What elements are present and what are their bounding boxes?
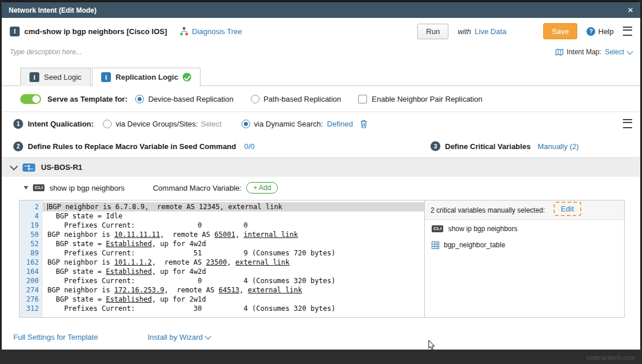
code-line-text[interactable]: Prefixes Current: 30 4 (Consumes 320 byt… (43, 304, 424, 313)
code-line[interactable]: 162BGP neighbor is 101.1.1.2, remote AS … (20, 258, 424, 267)
variable-token[interactable]: external link (235, 258, 290, 266)
dynamic-search-value[interactable]: Defined (327, 120, 353, 128)
code-line[interactable]: 50BGP neighbor is 10.11.11.11, remote AS… (20, 230, 424, 239)
line-number: 274 (20, 285, 43, 295)
variable-token[interactable]: external link (248, 286, 302, 294)
device-groups-radio[interactable] (103, 120, 112, 128)
table-icon (432, 242, 439, 249)
code-line-text[interactable]: Prefixes Current: 51 9 (Consumes 720 byt… (43, 248, 424, 258)
device-icon (23, 164, 35, 172)
step2-count[interactable]: 0/0 (244, 142, 255, 151)
device-groups-value[interactable]: Select (201, 120, 221, 128)
variable-token[interactable]: 23500 (206, 258, 227, 266)
critical-variable-list: CLIshow ip bgp neighborsbgp_neighbor_tab… (425, 220, 624, 252)
code-line[interactable]: 4 BGP state = Idle (20, 211, 424, 221)
mouse-cursor (428, 340, 436, 351)
menu-icon[interactable] (623, 27, 632, 36)
device-name: US-BOS-R1 (41, 163, 83, 172)
step2-label: Define Rules to Replace Macro Variable i… (28, 142, 236, 151)
command-row: CLI show ip bgp neighbors Command Macro … (2, 177, 640, 199)
critical-variables-panel: 2 critical variables manually selected: … (425, 200, 624, 317)
code-line-text[interactable]: Prefixes Current: 0 0 (43, 221, 424, 230)
code-line-text[interactable]: BGP neighbor is 101.1.1.2, remote AS 235… (43, 258, 424, 267)
variable-token[interactable]: internal link (244, 231, 298, 239)
add-macro-button[interactable]: + Add (246, 182, 278, 194)
run-button[interactable]: Run (417, 24, 448, 39)
critical-variables-summary: 2 critical variables manually selected: (431, 206, 545, 214)
description-input[interactable]: Type description here... (10, 48, 82, 56)
code-line-text[interactable]: BGP neighbor is 172.16.253.9, remote AS … (43, 285, 424, 295)
code-line[interactable]: 276 BGP state = Established, up for 2w1d (20, 295, 424, 304)
section-menu-icon[interactable] (623, 119, 632, 128)
code-line-text[interactable]: BGP state = Established, up for 4w2d (43, 267, 424, 276)
code-line-text[interactable]: BGP state = Idle (43, 211, 424, 221)
serve-as-template-toggle[interactable] (20, 94, 41, 104)
code-line[interactable]: 52 BGP state = Established, up for 4w2d (20, 239, 424, 248)
replication-logic-icon: I (101, 72, 111, 82)
seed-logic-icon: I (29, 72, 39, 82)
tab-replication-logic[interactable]: I Replication Logic (92, 68, 201, 86)
critical-variables-header: 2 critical variables manually selected: … (425, 200, 624, 220)
line-number: 312 (20, 304, 43, 313)
tab-seed-logic-label: Seed Logic (44, 73, 81, 81)
close-icon[interactable]: × (628, 5, 633, 15)
tabs: I Seed Logic I Replication Logic (2, 66, 640, 86)
intent-map-value[interactable]: Select (605, 48, 624, 56)
footer-links: Full Settings for Template Install by Wi… (2, 333, 640, 341)
edit-highlight-box: Edit (554, 202, 581, 216)
code-line-text[interactable]: BGP neighbor is 6.7.8.9, remote AS 12345… (43, 202, 424, 211)
intent-map-control[interactable]: Intent Map: Select (555, 48, 632, 56)
path-based-radio[interactable] (251, 95, 259, 103)
trash-icon[interactable] (360, 120, 368, 128)
device-based-radio[interactable] (135, 95, 144, 103)
variable-token[interactable]: 10.11.11.11 (114, 231, 160, 239)
code-line-text[interactable]: Prefixes Current: 0 4 (Consumes 320 byte… (43, 276, 424, 285)
device-section-header[interactable]: US-BOS-R1 (2, 157, 640, 177)
save-button[interactable]: Save (543, 23, 577, 39)
cli-badge: CLI (33, 184, 44, 191)
dynamic-search-radio[interactable] (242, 120, 250, 128)
line-number: 162 (20, 258, 43, 267)
step3-value[interactable]: Manually (2) (537, 142, 579, 151)
variable-token[interactable]: Established (106, 295, 151, 303)
code-line[interactable]: 312 Prefixes Current: 30 4 (Consumes 320… (20, 304, 424, 313)
toolbar: I cmd-show ip bgp neighbors [Cisco IOS] … (2, 18, 640, 44)
edit-link[interactable]: Edit (561, 205, 574, 213)
install-by-wizard-link[interactable]: Install by Wizard (147, 333, 210, 341)
collapse-chevron-icon[interactable] (10, 162, 18, 170)
critical-variable-item[interactable]: CLIshow ip bgp neighbors (425, 220, 624, 236)
code-line[interactable]: 274BGP neighbor is 172.16.253.9, remote … (20, 285, 424, 295)
desktop-bottom-strip: netbraintech.com (0, 350, 642, 364)
code-line-text[interactable]: BGP state = Established, up for 2w1d (43, 295, 424, 304)
intent-map-label: Intent Map: (567, 48, 602, 56)
code-line-text[interactable]: BGP neighbor is 10.11.11.11, remote AS 6… (43, 230, 424, 239)
full-settings-link[interactable]: Full Settings for Template (13, 333, 98, 341)
critical-variable-item[interactable]: bgp_neighbor_table (425, 236, 624, 252)
diagnosis-tree-button[interactable]: Diagnosis Tree (180, 27, 242, 36)
variable-token[interactable]: Established (106, 240, 151, 248)
step1-badge: 1 (13, 119, 23, 129)
intent-name: cmd-show ip bgp neighbors [Cisco IOS] (24, 27, 167, 36)
neighbor-pair-label: Enable Neighbor Pair Replication (372, 95, 483, 103)
expand-triangle-icon[interactable] (24, 186, 28, 190)
main-area: 2BGP neighbor is 6.7.8.9, remote AS 1234… (19, 200, 625, 318)
code-line[interactable]: 200 Prefixes Current: 0 4 (Consumes 320 … (20, 276, 424, 285)
step3-label: Define Critical Variables (445, 142, 530, 151)
code-line[interactable]: 89 Prefixes Current: 51 9 (Consumes 720 … (20, 248, 424, 258)
neighbor-pair-checkbox[interactable] (358, 95, 367, 103)
device-based-label: Device-based Replication (148, 95, 233, 103)
tab-seed-logic[interactable]: I Seed Logic (20, 68, 91, 86)
code-line[interactable]: 19 Prefixes Current: 0 0 (20, 221, 424, 230)
variable-token[interactable]: 101.1.1.2 (114, 258, 152, 266)
line-number: 276 (20, 295, 43, 304)
line-number: 200 (20, 276, 43, 285)
help-button[interactable]: ? Help (587, 27, 614, 36)
code-line[interactable]: 164 BGP state = Established, up for 4w2d (20, 267, 424, 276)
code-line[interactable]: 2BGP neighbor is 6.7.8.9, remote AS 1234… (20, 202, 424, 211)
variable-token[interactable]: 172.16.253.9 (114, 286, 165, 294)
variable-token[interactable]: 65001 (214, 231, 235, 239)
live-data-link[interactable]: Live Data (474, 27, 506, 36)
code-line-text[interactable]: BGP state = Established, up for 4w2d (43, 239, 424, 248)
variable-token[interactable]: 64513 (218, 286, 239, 294)
variable-token[interactable]: Established (106, 268, 151, 276)
